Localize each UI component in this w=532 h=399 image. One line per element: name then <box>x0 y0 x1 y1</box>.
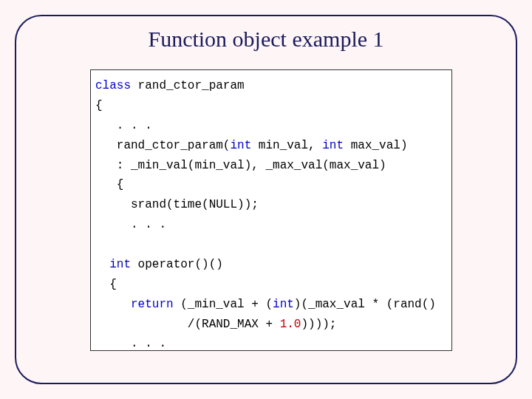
code-line: /(RAND_MAX + 1.0)))); <box>95 315 447 335</box>
code-line: . . . <box>95 334 447 351</box>
keyword-int: int <box>230 139 251 152</box>
code-text: rand_ctor_param( <box>95 139 230 152</box>
code-line: . . . <box>95 116 447 136</box>
keyword-int: int <box>95 258 131 271</box>
slide-frame: Function object example 1 class rand_cto… <box>15 15 517 384</box>
slide-title: Function object example 1 <box>37 27 495 52</box>
code-line: . . . <box>95 215 447 235</box>
code-line <box>95 235 447 255</box>
keyword-class: class <box>95 79 131 92</box>
code-text: max_val) <box>344 139 407 152</box>
code-text: )(_max_val * (rand() <box>294 298 436 311</box>
code-line: : _min_val(min_val), _max_val(max_val) <box>95 156 447 176</box>
code-text: rand_ctor_param <box>131 79 245 92</box>
code-line: return (_min_val + (int)(_max_val * (ran… <box>95 295 447 315</box>
code-line: rand_ctor_param(int min_val, int max_val… <box>95 136 447 156</box>
code-container: class rand_ctor_param { . . . rand_ctor_… <box>90 69 452 351</box>
code-text: )))); <box>301 318 336 331</box>
keyword-return: return <box>95 298 174 311</box>
code-line: { <box>95 175 447 195</box>
number-literal: 1.0 <box>280 318 301 331</box>
code-text: min_val, <box>251 139 322 152</box>
code-line: srand(time(NULL)); <box>95 195 447 215</box>
code-text: (_min_val + ( <box>174 298 273 311</box>
code-line: { <box>95 275 447 295</box>
keyword-int: int <box>273 298 294 311</box>
keyword-int: int <box>322 139 344 152</box>
code-line: int operator()() <box>95 255 447 275</box>
code-line: { <box>95 96 447 116</box>
code-text: operator()() <box>131 258 223 271</box>
code-text: /(RAND_MAX + <box>95 318 280 331</box>
code-line: class rand_ctor_param <box>95 76 447 96</box>
